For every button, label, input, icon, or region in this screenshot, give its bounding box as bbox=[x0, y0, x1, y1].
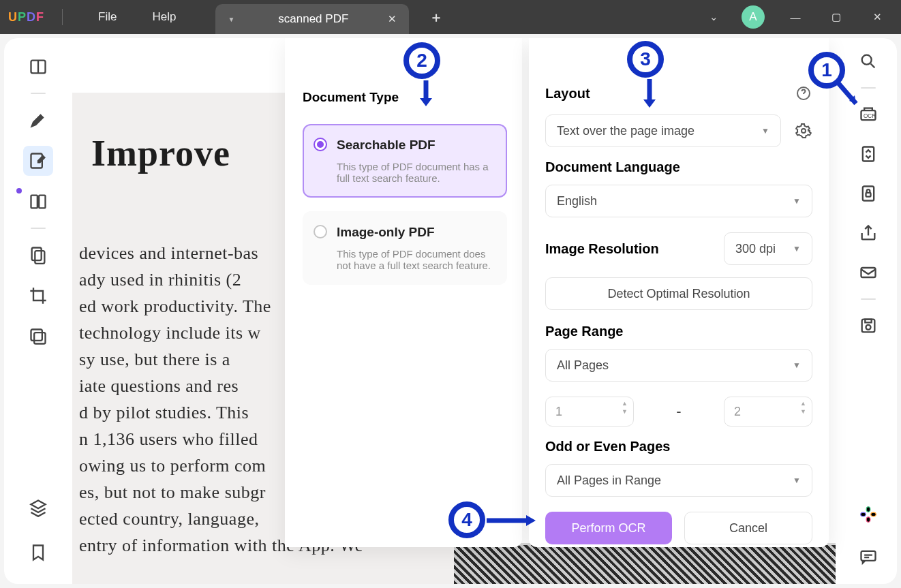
svg-rect-2 bbox=[31, 196, 37, 208]
save-icon[interactable] bbox=[855, 312, 882, 339]
svg-rect-3 bbox=[39, 196, 45, 208]
bookmark-tool[interactable] bbox=[23, 538, 53, 568]
svg-rect-6 bbox=[31, 330, 42, 341]
resolution-label: Image Resolution bbox=[545, 241, 714, 257]
svg-text:OCR: OCR bbox=[864, 113, 876, 119]
page-range-select[interactable]: All Pages ▼ bbox=[545, 349, 812, 382]
option-desc: This type of PDF document has a full tex… bbox=[337, 161, 495, 184]
titlebar: UPDF File Help ▼ scanned PDF ✕ ＋ ⌄ A — ▢… bbox=[0, 0, 901, 34]
batch-tool[interactable] bbox=[23, 322, 53, 352]
layout-label: Layout bbox=[545, 86, 791, 102]
svg-rect-19 bbox=[865, 320, 871, 323]
option-title: Image-only PDF bbox=[337, 225, 495, 240]
document-tab[interactable]: ▼ scanned PDF ✕ bbox=[215, 4, 409, 34]
share-icon[interactable] bbox=[855, 219, 882, 247]
svg-rect-5 bbox=[35, 251, 44, 264]
tabs-overflow-icon[interactable]: ⌄ bbox=[709, 11, 718, 23]
crop-tool[interactable] bbox=[23, 281, 53, 311]
range-from-input[interactable]: 1▲▼ bbox=[545, 397, 634, 427]
page-range-value: All Pages bbox=[557, 358, 609, 373]
detect-resolution-button[interactable]: Detect Optimal Resolution bbox=[545, 277, 812, 310]
svg-point-18 bbox=[866, 325, 871, 330]
odd-even-value: All Pages in Range bbox=[557, 474, 661, 488]
page-range-label: Page Range bbox=[545, 324, 812, 339]
radio-searchable[interactable] bbox=[314, 138, 327, 151]
forms-tool[interactable] bbox=[23, 240, 53, 270]
svg-rect-16 bbox=[861, 268, 876, 277]
svg-rect-15 bbox=[866, 193, 871, 197]
layout-value: Text over the page image bbox=[557, 124, 694, 138]
maximize-button[interactable]: ▢ bbox=[821, 11, 852, 23]
chevron-down-icon: ▼ bbox=[761, 126, 769, 136]
close-window-button[interactable]: ✕ bbox=[861, 11, 893, 23]
language-label: Document Language bbox=[545, 159, 812, 175]
svg-point-10 bbox=[862, 55, 872, 65]
resolution-value: 300 dpi bbox=[735, 242, 776, 256]
option-searchable-pdf[interactable]: Searchable PDF This type of PDF document… bbox=[303, 124, 507, 198]
tab-label: scanned PDF bbox=[278, 12, 348, 26]
menu-file[interactable]: File bbox=[98, 10, 117, 24]
cancel-button[interactable]: Cancel bbox=[684, 512, 812, 544]
annotation-4: 4 bbox=[448, 501, 485, 538]
chevron-down-icon: ▼ bbox=[793, 360, 801, 370]
annotation-3: 3 bbox=[627, 41, 664, 78]
layers-tool[interactable] bbox=[23, 493, 53, 523]
language-value: English bbox=[557, 194, 597, 208]
edit-tool[interactable] bbox=[23, 146, 53, 176]
menu-help[interactable]: Help bbox=[152, 10, 176, 24]
page-tools[interactable] bbox=[23, 187, 53, 217]
convert-icon[interactable] bbox=[855, 140, 882, 168]
comment-icon[interactable] bbox=[855, 543, 882, 570]
range-dash: - bbox=[643, 403, 714, 420]
help-icon[interactable] bbox=[795, 84, 812, 102]
option-desc: This type of PDF document does not have … bbox=[337, 248, 495, 271]
range-to-input[interactable]: 2▲▼ bbox=[724, 397, 812, 427]
svg-point-9 bbox=[801, 129, 806, 133]
annotation-2: 2 bbox=[403, 42, 440, 79]
ai-icon[interactable] bbox=[855, 501, 882, 528]
chevron-down-icon: ▼ bbox=[793, 196, 801, 206]
resolution-select[interactable]: 300 dpi ▼ bbox=[724, 232, 812, 265]
annotation-1: 1 bbox=[808, 52, 845, 89]
chevron-down-icon: ▼ bbox=[793, 244, 801, 253]
language-select[interactable]: English ▼ bbox=[545, 185, 812, 217]
minimize-button[interactable]: — bbox=[780, 12, 811, 23]
user-avatar[interactable]: A bbox=[742, 5, 765, 29]
chevron-down-icon: ▼ bbox=[793, 476, 801, 485]
svg-rect-7 bbox=[34, 332, 45, 343]
doc-image-strip bbox=[454, 543, 836, 584]
ocr-settings-panel: Layout Text over the page image ▼ Docume… bbox=[529, 38, 829, 547]
left-toolbar bbox=[4, 38, 72, 584]
tab-dropdown-icon[interactable]: ▼ bbox=[228, 16, 234, 23]
app-logo: UPDF bbox=[8, 10, 44, 25]
option-title: Searchable PDF bbox=[337, 138, 495, 153]
protect-icon[interactable] bbox=[855, 180, 882, 207]
highlight-tool[interactable] bbox=[23, 105, 53, 135]
odd-even-select[interactable]: All Pages in Range ▼ bbox=[545, 464, 812, 497]
odd-even-label: Odd or Even Pages bbox=[545, 439, 812, 454]
right-toolbar: OCR bbox=[840, 38, 897, 584]
radio-imageonly[interactable] bbox=[314, 225, 327, 238]
workarea: Improve devices and internet-bas ady use… bbox=[4, 38, 897, 584]
email-icon[interactable] bbox=[855, 259, 882, 286]
search-icon[interactable] bbox=[855, 48, 882, 75]
divider bbox=[62, 9, 63, 25]
active-indicator bbox=[16, 188, 22, 194]
tab-close-icon[interactable]: ✕ bbox=[388, 13, 397, 25]
add-tab-button[interactable]: ＋ bbox=[429, 8, 443, 27]
settings-icon[interactable] bbox=[795, 122, 812, 140]
option-image-only-pdf[interactable]: Image-only PDF This type of PDF document… bbox=[303, 211, 507, 285]
ocr-doctype-panel: Document Type Searchable PDF This type o… bbox=[285, 38, 522, 547]
layout-select[interactable]: Text over the page image ▼ bbox=[545, 114, 781, 147]
doctype-heading: Document Type bbox=[303, 90, 507, 105]
perform-ocr-button[interactable]: Perform OCR bbox=[545, 512, 672, 544]
reader-tool[interactable] bbox=[23, 52, 53, 82]
svg-rect-4 bbox=[32, 248, 42, 261]
